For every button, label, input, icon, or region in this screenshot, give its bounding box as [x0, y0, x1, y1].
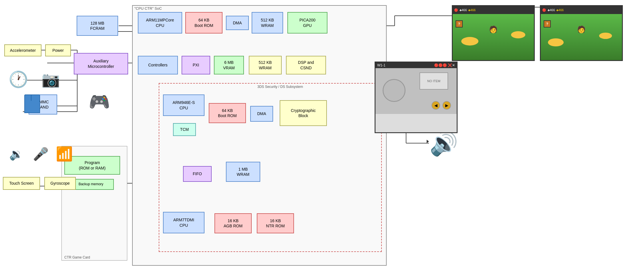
aux-mcu-box: AuxiliaryMicrocontroller — [74, 53, 128, 74]
touch-screen-box: Touch Screen — [3, 177, 40, 190]
camera-icon: 📷 — [41, 71, 60, 88]
fifo-box: FIFO — [183, 166, 212, 182]
accelerometer-box: Accelerometer — [4, 44, 41, 56]
audio-left-icon: 🔉 — [9, 147, 23, 161]
clock-icon: 🕐 — [9, 70, 28, 89]
microphone-icon: 🎤 — [33, 147, 49, 161]
game-card-label: CTR Game Card — [64, 255, 90, 259]
diagram-container: "CPU CTR" SoC 3DS Security / DS Subsyste… — [0, 0, 644, 278]
wram-1mb-box: 1 MBWRAM — [226, 162, 260, 182]
svg-marker-57 — [427, 140, 429, 143]
wifi-icon: 📶 — [56, 146, 73, 162]
sd-card-icon — [24, 94, 40, 113]
game-screen-left: 🔴 ♣466 ♣466 🧑 ? — [452, 5, 535, 61]
arm946e-box: ARM946E-SCPU — [163, 94, 204, 116]
agb-rom-box: 16 KBAGB ROM — [214, 213, 252, 233]
pica200-box: PICA200GPU — [287, 12, 327, 33]
ntr-rom-box: 16 KBNTR ROM — [257, 213, 294, 233]
controllers-box: Controllers — [138, 56, 178, 74]
vram-box: 6 MBVRAM — [214, 56, 244, 74]
fcram-box: 128 MBFCRAM — [77, 16, 118, 36]
dsp-csnd-box: DSP andCSND — [286, 56, 326, 74]
dma-top-box: DMA — [226, 16, 249, 30]
wram-512-mid-box: 512 KBWRAM — [249, 56, 282, 74]
wram-512-top-box: 512 KBWRAM — [252, 12, 283, 33]
tcm-box: TCM — [173, 123, 196, 136]
power-box: Power — [45, 44, 71, 56]
game-screen-right: 🔴 ♣466 ♣466 🧑 ? — [540, 5, 623, 61]
ds-bottom-screen: W1-1 🔴🔴🔴 ❌✕ NO ITEM ◀ ▶ — [375, 62, 458, 133]
arm7tdmi-box: ARM7TDMICPU — [163, 212, 204, 233]
crypto-box: CryptographicBlock — [280, 100, 327, 126]
speaker-icon: 🔊 — [430, 130, 458, 157]
dma-sec-box: DMA — [250, 106, 273, 122]
gyroscope-box: Gyroscope — [44, 177, 76, 190]
pxi-box: PXI — [182, 56, 210, 74]
gamepad-icon: 🎮 — [89, 92, 110, 112]
boot-rom-top-box: 64 KBBoot ROM — [185, 12, 222, 33]
security-label: 3DS Security / DS Subsystem — [257, 85, 303, 89]
soc-label: "CPU CTR" SoC — [134, 6, 162, 11]
boot-rom-sec-box: 64 KBBoot ROM — [209, 103, 246, 123]
arm11-box: ARM11MPCoreCPU — [138, 12, 182, 33]
